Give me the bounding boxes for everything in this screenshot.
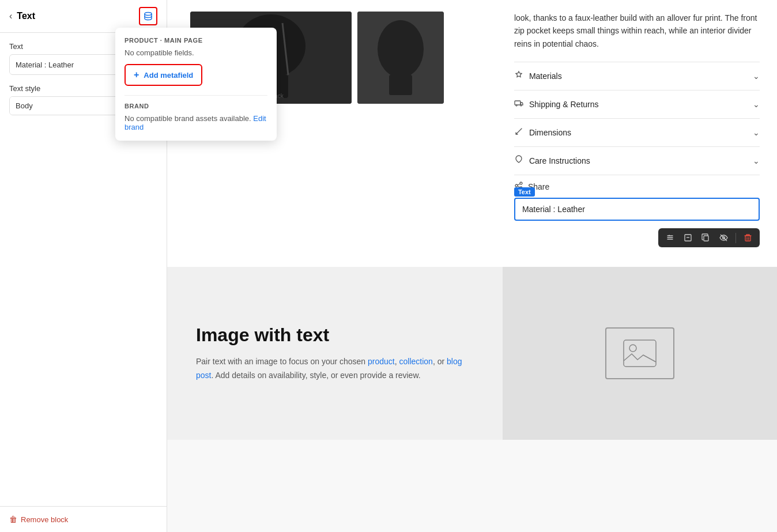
collection-link[interactable]: collection: [399, 357, 433, 366]
product-link[interactable]: product: [368, 357, 395, 366]
sidebar-footer: 🗑 Remove block: [0, 506, 167, 532]
add-metafield-button[interactable]: + Add metafield: [125, 64, 202, 86]
product-description: look, thanks to a faux-leather build wit…: [514, 12, 760, 50]
svg-point-0: [145, 13, 152, 16]
database-icon-button[interactable]: [139, 7, 157, 25]
accordion-dimensions-header[interactable]: Dimensions ⌄: [514, 127, 760, 138]
toolbar-visibility-btn[interactable]: [716, 232, 731, 244]
add-metafield-label: Add metafield: [144, 71, 193, 80]
toolbar-copy-btn[interactable]: [699, 232, 713, 244]
back-button[interactable]: ‹: [9, 11, 12, 21]
toolbar-delete-btn[interactable]: [741, 232, 755, 244]
product-image-secondary: [357, 12, 444, 104]
image-with-text-section: Image with text Pair text with an image …: [167, 267, 777, 440]
sidebar-title: Text: [17, 11, 134, 21]
toolbar-settings-btn[interactable]: [663, 232, 677, 244]
product-image-secondary-svg: [357, 12, 444, 104]
accordion-care: Care Instructions ⌄: [514, 147, 760, 175]
svg-rect-13: [669, 235, 670, 236]
iwt-body: Pair text with an image to focus on your…: [196, 355, 474, 383]
text-badge: Text: [514, 187, 535, 197]
remove-block-button[interactable]: 🗑 Remove block: [9, 515, 68, 524]
svg-rect-9: [389, 75, 412, 95]
text-block-wrapper: Text Material : Leather: [514, 198, 760, 221]
materials-icon: [514, 70, 523, 82]
svg-rect-15: [704, 236, 708, 241]
popup-brand-title: BRAND: [125, 103, 267, 110]
popup-brand-text: No compatible brand assets available. Ed…: [125, 114, 267, 131]
plus-icon: +: [134, 70, 139, 80]
svg-point-20: [629, 345, 636, 352]
svg-rect-19: [624, 340, 656, 367]
accordion-dimensions: Dimensions ⌄: [514, 119, 760, 147]
accordion-materials-header[interactable]: Materials ⌄: [514, 70, 760, 82]
care-icon: [514, 155, 523, 167]
care-label: Care Instructions: [529, 156, 747, 165]
accordion-shipping: Shipping & Returns ⌄: [514, 90, 760, 119]
shipping-chevron: ⌄: [753, 100, 760, 109]
svg-rect-10: [515, 101, 520, 105]
trash-icon: 🗑: [9, 515, 17, 524]
dimensions-label: Dimensions: [529, 128, 747, 137]
materials-label: Materials: [529, 71, 747, 81]
dimensions-icon: [514, 127, 523, 138]
shipping-icon: [514, 99, 523, 110]
product-info: look, thanks to a faux-leather build wit…: [503, 12, 777, 232]
shipping-label: Shipping & Returns: [529, 100, 747, 109]
popup-divider: [125, 95, 267, 96]
iwt-heading: Image with text: [196, 325, 474, 346]
metafield-dropdown: PRODUCT · MAIN PAGE No compatible fields…: [115, 28, 277, 141]
iwt-left: Image with text Pair text with an image …: [167, 267, 503, 440]
accordion-list: Materials ⌄ Shipping & Returns ⌄: [514, 62, 760, 175]
care-chevron: ⌄: [753, 156, 760, 165]
toolbar-separator: [735, 233, 736, 243]
dimensions-chevron: ⌄: [753, 128, 760, 137]
accordion-materials: Materials ⌄: [514, 62, 760, 90]
svg-point-12: [520, 105, 522, 106]
image-placeholder-icon: [623, 339, 657, 368]
left-sidebar: ‹ Text Text Text style: [0, 0, 167, 532]
text-block-toolbar: [658, 228, 760, 247]
accordion-shipping-header[interactable]: Shipping & Returns ⌄: [514, 99, 760, 110]
share-row: Share: [514, 175, 760, 195]
iwt-right: [503, 267, 777, 440]
toolbar-align-btn[interactable]: [681, 232, 695, 244]
text-block-field[interactable]: Material : Leather: [514, 198, 760, 221]
svg-point-8: [378, 20, 424, 78]
image-placeholder: [605, 327, 674, 379]
popup-no-compat-text: No compatible fields.: [125, 48, 267, 57]
svg-rect-18: [745, 236, 750, 241]
remove-block-label: Remove block: [21, 515, 68, 524]
accordion-care-header[interactable]: Care Instructions ⌄: [514, 155, 760, 167]
svg-point-11: [516, 105, 517, 106]
popup-product-title: PRODUCT · MAIN PAGE: [125, 37, 267, 44]
materials-chevron: ⌄: [753, 71, 760, 81]
